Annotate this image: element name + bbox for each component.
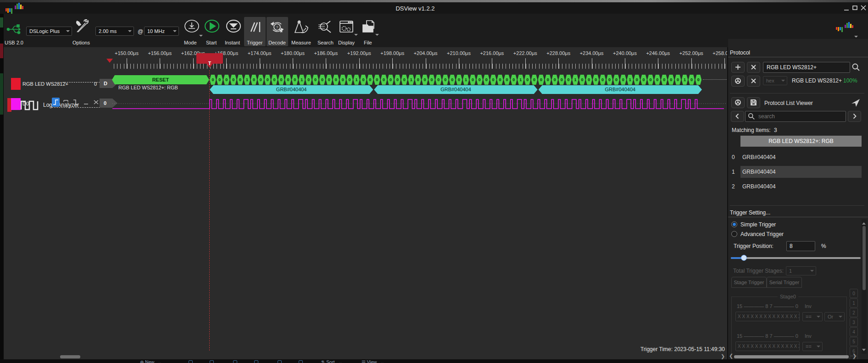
stage-tab-1[interactable]: 1: [850, 298, 858, 308]
list-viewer-options-button[interactable]: [731, 97, 745, 108]
close-button[interactable]: [860, 4, 867, 11]
stage-tab-0[interactable]: 0: [850, 289, 858, 298]
measure-icon[interactable]: [293, 20, 309, 36]
search-input[interactable]: [758, 112, 843, 121]
decoder-search-icon[interactable]: [851, 63, 861, 74]
panel-hscroll-left-arrow[interactable]: ❮: [729, 353, 733, 359]
decoder-frame-annotation[interactable]: GRB#040404: [374, 85, 537, 94]
tab-serial-trigger[interactable]: Serial Trigger: [767, 277, 802, 288]
protocol-list-header[interactable]: RGB LED WS2812+: RGB: [740, 136, 862, 147]
waveform-hscrollbar-thumb[interactable]: [60, 355, 80, 358]
options-wrench-icon[interactable]: [74, 19, 90, 37]
decoder-reset-annotation[interactable]: RESET: [112, 75, 209, 84]
protocol-list-row[interactable]: 2GRB#040404: [728, 181, 865, 192]
instant-button[interactable]: [225, 19, 242, 36]
decoder-bit-annotation: 0: [374, 75, 380, 85]
total-stages-select[interactable]: 1: [786, 266, 816, 275]
trigger-position-slider-handle[interactable]: [741, 255, 747, 261]
decoder-bit-annotation: 0: [675, 75, 681, 85]
view-item-cutoff[interactable]: ☰ View.. ⌄: [362, 360, 384, 363]
ruler-major-tick: [193, 58, 194, 69]
stage-pattern-field-2[interactable]: X X X X X X X X X X X X X X X X: [735, 341, 800, 351]
device-select[interactable]: DSLogic Plus: [26, 27, 72, 36]
protocol-list-row[interactable]: 0GRB#040404: [728, 151, 865, 163]
taskbar-icon[interactable]: [254, 360, 258, 363]
taskbar-icon[interactable]: [189, 360, 193, 363]
search-next-button[interactable]: [848, 111, 861, 122]
stage-tab-3[interactable]: 3: [850, 318, 858, 327]
ruler-tick-label: +198.00μs: [374, 50, 411, 56]
remove-decoder-button[interactable]: [747, 76, 760, 87]
trigger-position-slider[interactable]: [731, 257, 861, 259]
bit-range-label: 15 ———— 8 7 ———— 0: [737, 333, 798, 339]
decoder-frame-annotation[interactable]: GRB#040404: [210, 85, 373, 94]
decoder-bit-annotation: 0: [217, 75, 223, 85]
new-item-cutoff[interactable]: ⊕ New.. ⌄: [140, 360, 161, 363]
mode-chevron-icon[interactable]: [199, 35, 203, 38]
stage-pattern-field-1[interactable]: X X X X X X X X X X X X X X X X: [735, 312, 800, 321]
decoder-row-title[interactable]: RGB LED WS2812+: RGB: [118, 85, 178, 90]
decoder-channel-swatch[interactable]: [11, 78, 21, 90]
trigger-icon: [249, 21, 262, 35]
protocol-list-row[interactable]: 1GRB#040404: [728, 166, 865, 178]
waveform-hscrollbar-right-arrow[interactable]: ❯: [721, 353, 725, 359]
stage-tab-4[interactable]: 4: [850, 327, 858, 336]
trigger-vscrollbar-thumb[interactable]: [862, 226, 866, 290]
remove-all-decoders-button[interactable]: [747, 62, 760, 73]
ruler-major-tick: [426, 58, 426, 69]
mode-icon[interactable]: [184, 19, 200, 36]
samplerate-select[interactable]: 10 MHz: [144, 27, 179, 36]
simple-trigger-radio[interactable]: [731, 221, 737, 227]
trigger-position-input[interactable]: [786, 241, 815, 251]
stage-tab-5[interactable]: 5: [850, 337, 858, 346]
decoder-bit-annotation: 0: [415, 75, 421, 85]
advanced-trigger-radio[interactable]: [731, 231, 737, 237]
row-index: 2: [732, 183, 735, 190]
compare-select-2[interactable]: ==: [802, 342, 823, 351]
ruler-major-tick: [592, 58, 592, 69]
minimize-button[interactable]: [843, 4, 851, 11]
export-list-button[interactable]: [747, 97, 760, 108]
taskbar-icon[interactable]: [299, 360, 303, 363]
display-chevron-icon[interactable]: [354, 34, 358, 38]
display-icon[interactable]: [339, 20, 354, 36]
duration-select[interactable]: 2.00 ms: [95, 27, 134, 36]
more-item-cutoff[interactable]: ...: [401, 360, 405, 363]
stage-tab-2[interactable]: 2: [850, 308, 858, 317]
decoder-bit-annotation: 1: [682, 75, 688, 85]
decoder-select[interactable]: RGB LED WS2812+: [763, 62, 850, 73]
add-decoder-button[interactable]: [731, 62, 745, 73]
help-logo-icon[interactable]: [835, 22, 854, 35]
ruler-major-tick: [359, 58, 360, 69]
search-prev-button[interactable]: [731, 111, 744, 122]
file-chevron-icon[interactable]: [375, 34, 379, 38]
usb-mode-label: USB 2.0: [5, 40, 23, 45]
maximize-button[interactable]: [851, 4, 859, 11]
compare-select-1[interactable]: ==: [802, 312, 823, 321]
scroll-down-icon[interactable]: [862, 349, 866, 353]
decoder-bit-annotation: 0: [511, 75, 517, 85]
dsview-window: DSView v1.2.2 USB 2.0 DSLogic Plus Optio…: [0, 0, 868, 363]
panel-hscroll-right-arrow[interactable]: ❯: [852, 353, 857, 359]
sort-item-cutoff[interactable]: ⇅ Sort.. ⌄: [321, 360, 342, 363]
search-toolbar-icon[interactable]: [317, 20, 332, 36]
tab-stage-trigger[interactable]: Stage Trigger: [731, 277, 767, 288]
taskbar-icon[interactable]: [278, 360, 282, 363]
decoder-bit-annotation: 0: [257, 75, 264, 85]
panel-hscrollbar-thumb[interactable]: [734, 355, 849, 358]
decoder-options-button[interactable]: [731, 76, 745, 87]
decoder-channel-name[interactable]: RGB LED WS2812+: [22, 81, 68, 87]
taskbar-icon[interactable]: [210, 360, 214, 363]
goto-row-button[interactable]: [850, 97, 861, 110]
scroll-up-icon[interactable]: [862, 220, 866, 225]
decoder-bit-annotation: 1: [244, 75, 250, 85]
format-select[interactable]: hex: [763, 76, 787, 85]
ruler-major-tick: [160, 58, 160, 69]
taskbar-icon[interactable]: [233, 360, 237, 363]
logic-op-select[interactable]: Or: [824, 312, 845, 321]
decoder-frame-annotation[interactable]: GRB#040404: [539, 85, 702, 94]
decoder-bit-annotation: 0: [469, 75, 476, 85]
file-icon[interactable]: [361, 19, 376, 36]
start-button[interactable]: [204, 19, 220, 36]
decoder-bit-annotation: 0: [654, 75, 661, 85]
